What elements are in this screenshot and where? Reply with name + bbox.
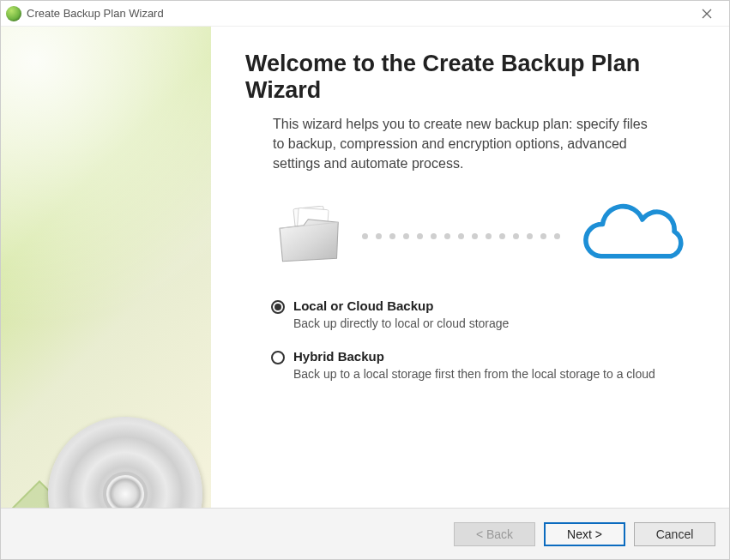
back-button: < Back <box>454 522 535 546</box>
folder-icon <box>271 206 348 266</box>
wizard-footer: < Back Next > Cancel <box>1 508 729 559</box>
page-heading: Welcome to the Create Backup Plan Wizard <box>245 51 695 104</box>
close-icon <box>702 9 712 19</box>
window-title: Create Backup Plan Wizard <box>27 7 690 20</box>
wizard-content: Welcome to the Create Backup Plan Wizard… <box>211 27 729 508</box>
option-local-or-cloud-desc: Back up directly to local or cloud stora… <box>293 316 509 330</box>
cloud-icon <box>574 200 685 273</box>
next-button[interactable]: Next > <box>544 522 625 546</box>
folder-to-cloud-illustration <box>271 200 695 273</box>
option-hybrid-title: Hybrid Backup <box>293 349 655 364</box>
option-local-or-cloud-title: Local or Cloud Backup <box>293 298 509 313</box>
option-hybrid-desc: Back up to a local storage first then fr… <box>293 367 655 381</box>
arrow-dots <box>348 233 574 239</box>
option-local-or-cloud[interactable]: Local or Cloud Backup Back up directly t… <box>271 298 695 330</box>
cancel-button[interactable]: Cancel <box>634 522 715 546</box>
page-subtext: This wizard helps you to create new back… <box>273 114 650 174</box>
wizard-body: Welcome to the Create Backup Plan Wizard… <box>1 27 729 508</box>
option-hybrid[interactable]: Hybrid Backup Back up to a local storage… <box>271 349 695 381</box>
wizard-window: Create Backup Plan Wizard Welcome to the… <box>0 0 730 560</box>
backup-type-options: Local or Cloud Backup Back up directly t… <box>271 298 695 381</box>
radio-local-or-cloud[interactable] <box>271 300 285 314</box>
radio-hybrid[interactable] <box>271 351 285 364</box>
close-button[interactable] <box>690 1 724 26</box>
disc-icon <box>38 406 211 508</box>
titlebar: Create Backup Plan Wizard <box>1 1 729 27</box>
sidebar-art <box>1 27 211 508</box>
app-icon <box>6 6 21 21</box>
